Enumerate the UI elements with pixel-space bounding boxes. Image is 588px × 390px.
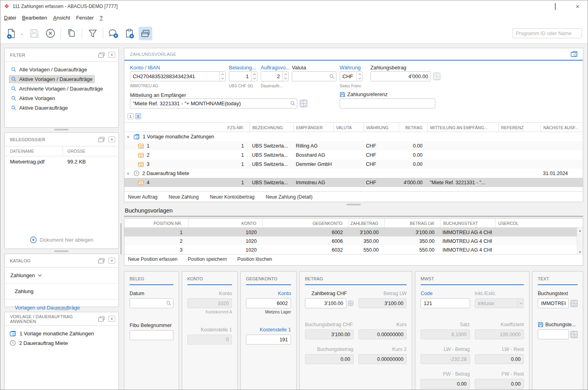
buchung-row-selected[interactable]: 1 1020 6002 3'100.00 3'100.00 IMMOTREU A… bbox=[124, 228, 583, 236]
neue-zahlung-button[interactable]: Neue Zahlung bbox=[169, 194, 199, 200]
filter-button[interactable] bbox=[86, 27, 99, 40]
buchungstext-input[interactable] bbox=[538, 298, 569, 308]
float-panel-icon[interactable] bbox=[98, 137, 105, 142]
calculator-icon[interactable] bbox=[348, 299, 354, 307]
gegenkonto-kostenstelle-input[interactable] bbox=[246, 335, 291, 345]
vorlage-item[interactable]: 1 Vorlage monatliche Zahlungen bbox=[5, 329, 118, 338]
column-fzs-nr[interactable]: FZS-NR. bbox=[224, 123, 246, 132]
float-panel-icon[interactable] bbox=[98, 258, 105, 264]
column-betrag[interactable]: BETRAG bbox=[399, 123, 425, 132]
column-zahlbetrag[interactable]: ZAHLBETRAG bbox=[348, 219, 381, 228]
search-icon[interactable] bbox=[290, 101, 295, 106]
document-drop-zone[interactable]: Dokument hier ablegen bbox=[5, 236, 118, 243]
dauerauftrag-item[interactable]: 2 Dauerauftrag Miete bbox=[5, 338, 118, 348]
pager-button-1[interactable]: 1 bbox=[128, 113, 134, 119]
filter-item[interactable]: Alle Vorlagen / Daueraufträge bbox=[9, 65, 90, 74]
close-button[interactable]: ✕ bbox=[575, 4, 580, 10]
column-bezeichnung[interactable]: BEZEICHNUNG bbox=[250, 123, 291, 132]
table-row-selected[interactable]: 10 4 1 UBS Switzerla... Immotreu AG CHF … bbox=[124, 178, 583, 187]
spinner-control[interactable] bbox=[282, 72, 288, 81]
vertical-scrollbar[interactable]: ▲ ▼ bbox=[577, 228, 583, 255]
column-konto[interactable]: KONTO bbox=[188, 219, 259, 228]
datum-field[interactable] bbox=[130, 298, 173, 308]
new-comment-button[interactable] bbox=[107, 27, 120, 40]
panel-resize-handle[interactable] bbox=[346, 204, 361, 205]
close-panel-icon[interactable]: ✕ bbox=[108, 136, 115, 142]
column-dateiname[interactable]: DATEINAME bbox=[5, 146, 63, 156]
close-panel-icon[interactable]: ✕ bbox=[108, 316, 115, 322]
valuta-input[interactable] bbox=[292, 72, 328, 81]
panel-resize-handle[interactable] bbox=[54, 129, 69, 130]
close-panel-icon[interactable]: ✕ bbox=[108, 258, 115, 264]
scroll-down-icon[interactable]: ▼ bbox=[578, 249, 582, 255]
save-button[interactable] bbox=[28, 27, 41, 40]
column-usercol[interactable]: USERCOL bbox=[495, 219, 575, 228]
position-speichern-button[interactable]: Position speichern bbox=[188, 256, 227, 262]
pager-button-2[interactable]: 2 bbox=[135, 113, 141, 119]
menu-ansicht[interactable]: Ansicht bbox=[53, 15, 70, 21]
column-mitteilung[interactable]: MITTEILUNG AN EMPFÄNG... bbox=[427, 123, 496, 132]
program-search-input[interactable] bbox=[512, 28, 582, 38]
filter-item[interactable]: Archivierte Vorlagen / Daueraufträge bbox=[9, 85, 105, 93]
menu-hilfe[interactable]: ? bbox=[100, 15, 102, 21]
belegdossier-file-row[interactable]: Mietvertrag.pdf 99.2 KB bbox=[5, 156, 118, 167]
table-row[interactable]: 10 1 1 UBS Switzerla... Rilling AG CHF 0… bbox=[124, 141, 583, 150]
panel-resize-handle[interactable] bbox=[54, 309, 69, 310]
waehrung-field[interactable] bbox=[340, 71, 363, 81]
neue-position-button[interactable]: Neue Position erfassen bbox=[128, 256, 177, 262]
filter-item[interactable]: Aktive Daueraufträge bbox=[9, 104, 70, 112]
spinner-control[interactable] bbox=[356, 72, 362, 81]
expander-chevron-icon[interactable]: ∨ bbox=[127, 171, 131, 175]
expander-chevron-icon[interactable]: ∨ bbox=[127, 135, 131, 139]
column-buchungstext[interactable]: BUCHUNGSTEXT bbox=[440, 219, 492, 228]
neue-zahlung-detail-button[interactable]: Neue Zahlung (Detail) bbox=[266, 194, 313, 200]
column-referenz[interactable]: REFERENZ bbox=[498, 123, 538, 132]
gegenkonto-konto-input[interactable] bbox=[246, 298, 291, 308]
katalog-dropdown[interactable]: Zahlungen bbox=[5, 268, 118, 284]
float-panel-icon[interactable] bbox=[98, 316, 105, 322]
spinner-control[interactable] bbox=[251, 72, 257, 81]
waehrung-input[interactable] bbox=[340, 72, 356, 81]
spinner-control[interactable] bbox=[219, 72, 225, 81]
zahlungsreferenz-field[interactable] bbox=[340, 98, 435, 108]
table-row[interactable]: 10 2 1 UBS Switzerla... Bosshard AG CHF … bbox=[124, 150, 583, 160]
maximize-button[interactable] bbox=[553, 4, 558, 10]
table-group-row[interactable]: ∨ 2 Dauerauftrag Miete 31.01.2024 bbox=[124, 169, 583, 178]
zahlungsbetrag-field[interactable] bbox=[370, 71, 431, 81]
column-groesse[interactable]: GRÖSSE bbox=[63, 149, 85, 154]
belastung-input[interactable] bbox=[229, 72, 251, 81]
vertical-splitter[interactable] bbox=[120, 44, 122, 390]
column-betrag-lw[interactable]: BETRAG LW bbox=[384, 219, 437, 228]
float-panel-icon[interactable] bbox=[98, 52, 105, 58]
column-empfaenger[interactable]: EMPFÄNGER bbox=[293, 123, 332, 132]
buchungstext2-input[interactable] bbox=[538, 329, 569, 339]
calculator-icon[interactable] bbox=[570, 300, 578, 307]
table-group-row[interactable]: ∨ 1 Vorlage monatliche Zahlungen bbox=[124, 132, 583, 141]
column-gegenkonto[interactable]: GEGENKONTO bbox=[262, 219, 345, 228]
katalog-item-zahlung[interactable]: Zahlung bbox=[5, 284, 118, 299]
windows-view-button[interactable] bbox=[139, 27, 152, 40]
column-position-nr[interactable]: POSITION-NR. bbox=[124, 219, 185, 228]
panel-resize-handle[interactable] bbox=[54, 250, 69, 252]
new-document-dropdown-arrow[interactable]: ⌄ bbox=[20, 27, 24, 40]
neuer-kontouebertrag-button[interactable]: Neuer Kontoübertrag bbox=[210, 194, 254, 200]
close-panel-icon[interactable]: ✕ bbox=[108, 52, 115, 58]
konto-iban-field[interactable] bbox=[130, 71, 226, 81]
column-valuta[interactable]: VALUTA bbox=[333, 123, 361, 132]
copy-button[interactable] bbox=[65, 27, 78, 40]
calculator-icon[interactable] bbox=[570, 331, 578, 338]
mitteilung-input[interactable] bbox=[130, 99, 289, 108]
buchung-row[interactable]: 2 1020 6006 350.00 350.00 IMMOTREU AG 4 … bbox=[124, 236, 583, 245]
konto-iban-input[interactable] bbox=[130, 72, 219, 81]
table-row[interactable]: 10 3 1 UBS Switzerla... Demmler GmbH CHF… bbox=[124, 160, 583, 169]
search-icon[interactable] bbox=[329, 74, 334, 79]
filter-item[interactable]: Aktive Vorlagen bbox=[9, 94, 57, 102]
auftragsvolumen-field[interactable] bbox=[261, 71, 289, 81]
filter-item-selected[interactable]: Aktive Vorlagen / Daueraufträge bbox=[9, 75, 95, 83]
datum-input[interactable] bbox=[130, 299, 165, 308]
scroll-up-icon[interactable]: ▲ bbox=[578, 228, 582, 234]
zahlungsbetrag-input[interactable] bbox=[371, 72, 431, 81]
vorlage-wallet-icon[interactable] bbox=[570, 51, 578, 57]
zahlungsreferenz-input[interactable] bbox=[340, 99, 435, 108]
belastung-field[interactable] bbox=[229, 71, 258, 81]
